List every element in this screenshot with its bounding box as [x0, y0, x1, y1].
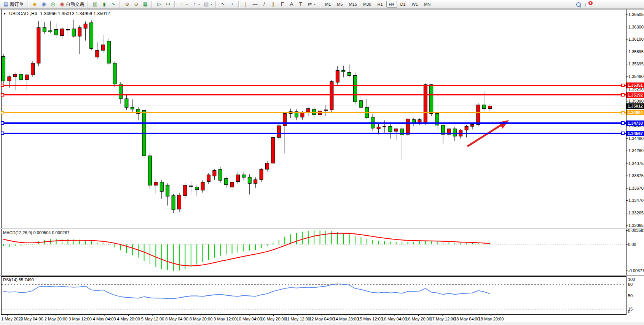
candle-body [101, 45, 105, 50]
time-tick-label: 18 May 04:00 [454, 317, 480, 321]
candle-body [465, 126, 468, 130]
time-tick-label: 10 May 04:00 [237, 317, 262, 321]
support-line-2[interactable] [2, 133, 626, 134]
candle-body [424, 85, 427, 124]
time-tick-label: 10 May 20:00 [261, 317, 286, 321]
time-tick-label: 16 May 20:00 [406, 317, 431, 321]
candle-body [183, 185, 187, 195]
candle-body [96, 50, 99, 57]
time-tick-label: 2 May 20:00 [45, 317, 68, 321]
time-tick-label: 2 May 04:00 [20, 317, 43, 321]
current-price-line[interactable] [2, 106, 626, 106]
line-anchor-marker[interactable] [621, 121, 625, 125]
candle-body [248, 177, 251, 183]
candle-body [324, 110, 328, 111]
candle-body [172, 196, 175, 210]
support-line-1-price-label: 1.34733 [626, 120, 644, 126]
panel-separator-1b [0, 228, 644, 229]
price-tick-label: 1.34280 [628, 148, 644, 153]
panel-separator-2b [0, 276, 644, 276]
candle-body [19, 74, 23, 80]
time-tick-label: 3 May 12:00 [69, 317, 92, 321]
support-line-1[interactable] [2, 122, 626, 124]
price-tick-label: 1.33875 [628, 173, 644, 178]
candle-body [342, 71, 345, 72]
line-anchor-marker[interactable] [1, 132, 4, 135]
line-anchor-marker[interactable] [1, 84, 4, 87]
pivot-line[interactable] [2, 112, 626, 113]
time-tick-label: 1 May 2023 [1, 317, 23, 321]
price-tick-label: 1.33065 [628, 223, 644, 228]
symbol-dropdown-icon[interactable]: ▼ [3, 12, 6, 16]
candle-body [61, 29, 64, 36]
resistance-line-2[interactable] [2, 94, 626, 95]
line-anchor-marker[interactable] [1, 111, 4, 114]
candle-body [178, 195, 181, 209]
candle-body [218, 169, 222, 180]
line-anchor-marker[interactable] [621, 132, 625, 135]
time-tick-label: 5 May 12:00 [141, 317, 164, 321]
chart-left-border [1, 10, 2, 314]
time-tick-label: 18 May 20:00 [478, 317, 504, 321]
price-tick-label: 1.35695 [628, 62, 644, 66]
candle-body [78, 28, 81, 36]
price-tick-label: 1.35490 [628, 74, 644, 79]
candle-body [8, 77, 11, 81]
macd-axis-label: -0.006775 [628, 268, 644, 273]
candle-body [266, 163, 269, 169]
rsi-top-border [1, 276, 626, 277]
candle-body [166, 185, 169, 196]
candle-body [37, 28, 40, 63]
candle-body [394, 129, 398, 132]
time-tick-label: 4 May 20:00 [117, 317, 140, 321]
pivot-line-price-label: 1.34904 [626, 110, 644, 115]
candle-body [43, 28, 46, 32]
candle-body [430, 85, 433, 114]
rsi-axis-label: 0 [628, 309, 630, 314]
candle-body [54, 30, 58, 35]
price-tick-label: 1.36505 [628, 12, 644, 17]
rsi-axis-label: 100 [628, 277, 635, 282]
candle-body [488, 106, 492, 109]
price-tick-label: 1.34480 [628, 136, 644, 141]
current-price-line-price-label: 1.35012 [626, 103, 644, 109]
price-tick-label: 1.35895 [628, 49, 644, 54]
candle-body [471, 125, 474, 127]
macd-axis-label: 0.003581 [628, 228, 644, 233]
line-anchor-marker[interactable] [1, 93, 4, 97]
rsi-axis-label: 50 [628, 293, 633, 298]
ohlc-values: 1.34966 1.35013 1.34959 1.35012 [40, 11, 110, 16]
candle-body [477, 105, 480, 125]
candle-body [31, 63, 35, 75]
line-anchor-marker[interactable] [621, 84, 625, 87]
candles-layer [2, 20, 492, 213]
line-anchor-marker[interactable] [621, 93, 625, 97]
resistance-line-1[interactable] [2, 85, 626, 86]
candle-body [148, 156, 152, 185]
line-anchor-marker[interactable] [621, 111, 625, 114]
candle-body [201, 182, 204, 190]
candle-body [406, 119, 410, 134]
candle-body [49, 31, 52, 32]
time-tick-label: 8 May 04:00 [165, 317, 188, 321]
candle-body [213, 171, 216, 176]
candle-body [389, 126, 392, 132]
mt4-window: ▤新订单◆◉◎◉自动交易▥▮∿⊕⊖▦▷↦+▾◔▾▧▾↖+|—/∥FAT⇄▾M1M… [0, 0, 644, 325]
candle-body [72, 29, 75, 36]
candle-body [242, 175, 245, 178]
candle-body [189, 186, 193, 187]
price-tick-label: 1.34075 [628, 161, 644, 166]
resistance-line-1-price-label: 1.35351 [626, 82, 644, 88]
macd-label: MACD(12,26,9) 0.000504 0.000267 [3, 230, 69, 235]
line-anchor-marker[interactable] [1, 121, 4, 125]
price-tick-label: 1.35090 [628, 99, 644, 103]
candle-body [160, 182, 163, 191]
candle-body [354, 76, 357, 102]
candle-body [271, 138, 275, 163]
price-tick-label: 1.33670 [628, 186, 644, 190]
candle-body [277, 126, 281, 138]
candle-body [377, 127, 380, 129]
time-tick-label: 17 May 12:00 [430, 317, 456, 321]
candle-body [66, 30, 70, 30]
candle-body [2, 57, 5, 81]
